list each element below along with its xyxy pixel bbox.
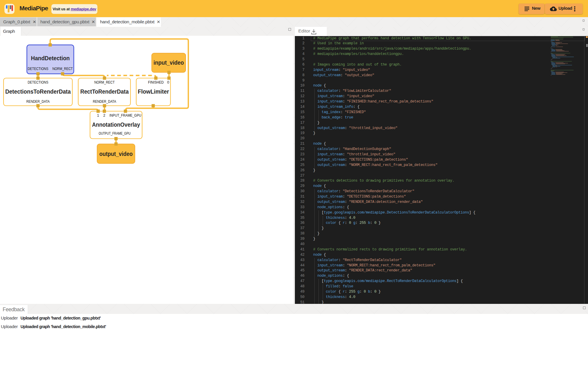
svg-text:FlowLimiter: FlowLimiter (138, 88, 169, 95)
svg-text:2: 2 (103, 113, 105, 118)
svg-text:OUTPUT_FRAME_GPU: OUTPUT_FRAME_GPU (99, 131, 130, 136)
svg-text:RectToRenderData: RectToRenderData (80, 88, 129, 95)
svg-text:NORM_RECT: NORM_RECT (53, 67, 73, 71)
svg-text:FINISHED: FINISHED (148, 80, 164, 84)
svg-text:INPUT_FRAME_GPU: INPUT_FRAME_GPU (110, 113, 141, 118)
svg-text:HandDetection: HandDetection (31, 55, 70, 61)
svg-text:DETECTIONS: DETECTIONS (28, 67, 48, 71)
svg-text:DETECTIONS: DETECTIONS (28, 80, 48, 84)
svg-text:input_video: input_video (153, 59, 184, 66)
svg-text:0: 0 (167, 80, 169, 84)
svg-text:NORM_RECT: NORM_RECT (94, 80, 115, 84)
svg-text:DetectionsToRenderData: DetectionsToRenderData (5, 88, 71, 95)
svg-text:AnnotationOverlay: AnnotationOverlay (92, 121, 140, 128)
svg-text:1: 1 (97, 113, 99, 118)
svg-text:RENDER_DATA: RENDER_DATA (93, 100, 116, 104)
svg-text:RENDER_DATA: RENDER_DATA (26, 100, 50, 104)
svg-text:output_video: output_video (99, 150, 133, 157)
